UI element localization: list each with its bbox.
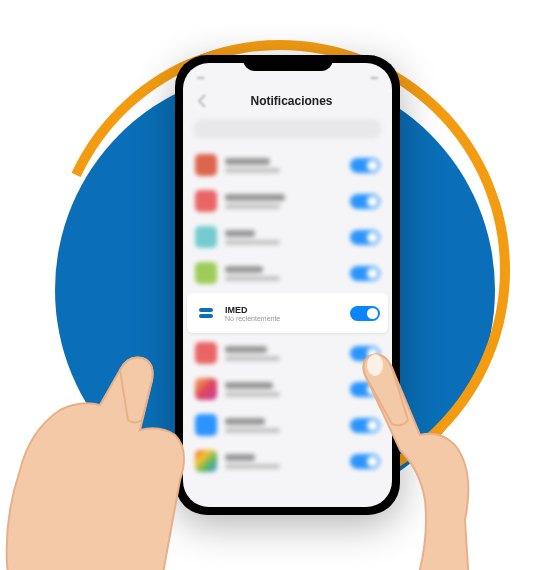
search-input[interactable]: [193, 119, 382, 139]
app-row[interactable]: [193, 183, 382, 219]
toggle[interactable]: [350, 266, 380, 281]
phone-notch: [243, 55, 333, 71]
app-icon: [195, 190, 217, 212]
hand-left: [0, 270, 230, 570]
status-right: •••: [371, 74, 378, 81]
page-title: Notificaciones: [219, 94, 364, 108]
back-icon[interactable]: [195, 93, 211, 109]
hand-right: [290, 320, 510, 570]
app-row[interactable]: [193, 147, 382, 183]
toggle[interactable]: [350, 230, 380, 245]
svg-point-0: [367, 354, 383, 376]
app-name: IMED: [225, 305, 342, 315]
header: Notificaciones: [183, 87, 392, 119]
toggle-imed[interactable]: [350, 306, 380, 321]
toggle[interactable]: [350, 194, 380, 209]
app-icon: [195, 226, 217, 248]
app-row[interactable]: [193, 219, 382, 255]
status-left: •••: [197, 74, 204, 81]
toggle[interactable]: [350, 158, 380, 173]
app-icon: [195, 154, 217, 176]
